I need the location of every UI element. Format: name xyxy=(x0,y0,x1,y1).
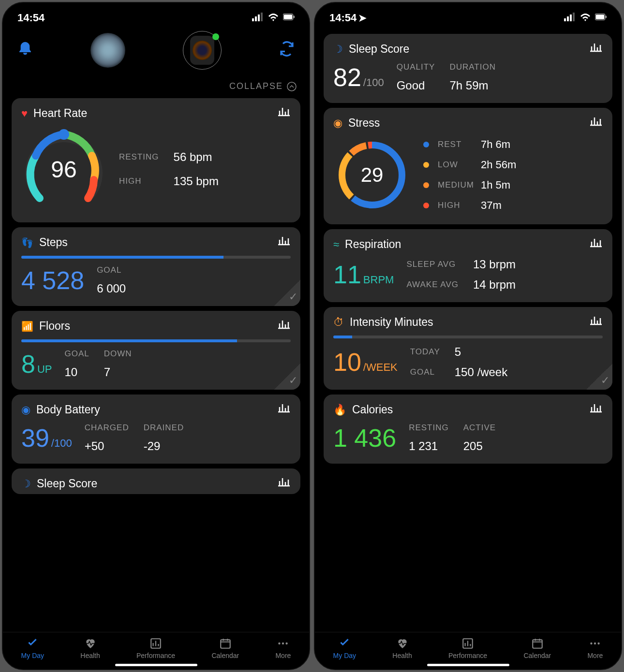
quality-value: Good xyxy=(397,79,435,92)
phone-right: 14:54➤ ☽ Sleep Score 82/100 QUALITY DURA… xyxy=(314,2,622,670)
svg-rect-2 xyxy=(258,15,260,21)
heart-rate-card[interactable]: ♥ Heart Rate 96 xyxy=(12,98,300,222)
nav-myday[interactable]: My Day xyxy=(333,637,356,659)
stress-card[interactable]: ◉ Stress 29 xyxy=(324,108,612,224)
nav-performance[interactable]: Performance xyxy=(448,637,487,659)
svg-rect-15 xyxy=(567,16,569,21)
goal-value: 150 /week xyxy=(455,365,507,379)
nav-health[interactable]: Health xyxy=(392,637,412,659)
nav-health[interactable]: Health xyxy=(80,637,100,659)
floors-card[interactable]: 📶 Floors 8UP GOAL DOWN 10 7 ✓ xyxy=(12,311,300,390)
down-label: DOWN xyxy=(104,349,132,359)
footsteps-icon: 👣 xyxy=(21,237,33,248)
svg-rect-5 xyxy=(284,15,293,19)
notifications-icon[interactable] xyxy=(17,40,33,61)
dot-rest xyxy=(423,142,429,147)
sleep-avg-value: 13 brpm xyxy=(473,258,516,271)
resting-value: 56 bpm xyxy=(174,150,219,164)
profile-avatar[interactable] xyxy=(90,33,125,68)
battery-icon xyxy=(283,12,295,24)
respiration-card[interactable]: ≈ Respiration 11BRPM SLEEP AVG 13 brpm A… xyxy=(324,229,612,302)
down-value: 7 xyxy=(104,365,132,379)
sleep-avg-label: SLEEP AVG xyxy=(406,260,459,269)
stopwatch-icon: ⏱ xyxy=(333,316,344,329)
sync-icon[interactable] xyxy=(279,41,295,60)
check-icon: ✓ xyxy=(586,364,612,390)
charged-value: +50 xyxy=(85,439,129,453)
chart-icon xyxy=(589,116,603,128)
svg-point-12 xyxy=(282,643,284,644)
calories-card[interactable]: 🔥 Calories 1 436 RESTING ACTIVE 1 231 20… xyxy=(324,394,612,464)
quality-label: QUALITY xyxy=(397,62,435,72)
chevron-up-icon xyxy=(287,82,297,91)
check-icon: ✓ xyxy=(274,280,300,306)
svg-rect-10 xyxy=(221,640,230,648)
nav-more[interactable]: More xyxy=(587,637,603,659)
heart-rate-gauge: 96 xyxy=(21,127,106,212)
card-title: Body Battery xyxy=(36,403,100,416)
nav-calendar[interactable]: Calendar xyxy=(523,637,551,659)
dot-medium xyxy=(423,182,429,188)
card-title: Respiration xyxy=(345,238,401,251)
card-title: Sleep Score xyxy=(349,43,409,56)
chart-icon xyxy=(589,237,603,249)
collapse-label: COLLAPSE xyxy=(229,81,283,91)
drained-label: DRAINED xyxy=(144,423,184,433)
location-icon: ➤ xyxy=(358,13,367,23)
nav-more[interactable]: More xyxy=(275,637,291,659)
svg-rect-3 xyxy=(261,13,263,21)
collapse-button[interactable]: COLLAPSE xyxy=(3,78,309,93)
resting-value: 1 231 xyxy=(409,439,449,453)
awake-avg-value: 14 brpm xyxy=(473,278,516,292)
wind-icon: ≈ xyxy=(333,238,339,251)
high-label: HIGH xyxy=(119,176,159,186)
topbar xyxy=(3,27,309,78)
status-bar: 14:54➤ xyxy=(315,3,621,27)
goal-label: GOAL xyxy=(64,349,89,359)
dot-high xyxy=(423,203,429,208)
cellular-icon xyxy=(252,12,264,24)
chart-icon xyxy=(589,315,603,327)
card-title: Steps xyxy=(39,236,68,249)
cards-list[interactable]: ♥ Heart Rate 96 xyxy=(3,93,309,669)
svg-point-11 xyxy=(279,643,281,644)
moon-icon: ☽ xyxy=(333,43,343,56)
awake-avg-label: AWAKE AVG xyxy=(406,280,459,290)
intensity-progress xyxy=(333,336,603,338)
stress-gauge: 29 xyxy=(333,136,411,214)
cards-list[interactable]: ☽ Sleep Score 82/100 QUALITY DURATION Go… xyxy=(315,27,621,669)
device-selector[interactable] xyxy=(183,31,222,70)
steps-card[interactable]: 👣 Steps 4 528 GOAL 6 000 ✓ xyxy=(12,227,300,306)
goal-value: 6 000 xyxy=(97,282,136,295)
body-battery-icon: ◉ xyxy=(21,404,30,416)
stress-icon: ◉ xyxy=(333,117,342,130)
floors-value: 8UP xyxy=(21,350,52,379)
svg-rect-16 xyxy=(570,15,572,21)
device-status-dot xyxy=(212,33,219,40)
heart-rate-value: 96 xyxy=(21,127,106,212)
home-indicator[interactable] xyxy=(427,664,509,666)
svg-point-7 xyxy=(287,82,296,91)
today-label: TODAY xyxy=(410,347,440,357)
clock: 14:54➤ xyxy=(329,12,367,24)
wifi-icon xyxy=(579,12,591,24)
chart-icon xyxy=(589,42,603,54)
sleep-card[interactable]: ☽ Sleep Score 82/100 QUALITY DURATION Go… xyxy=(324,34,612,103)
nav-calendar[interactable]: Calendar xyxy=(211,637,239,659)
chart-icon xyxy=(277,402,291,415)
intensity-card[interactable]: ⏱ Intensity Minutes 10/WEEK TODAY 5 GOAL… xyxy=(324,307,612,390)
goal-label: GOAL xyxy=(97,265,121,275)
steps-value: 4 528 xyxy=(21,266,84,295)
nav-myday[interactable]: My Day xyxy=(21,637,44,659)
sleep-card-peek[interactable]: ☽ Sleep Score xyxy=(12,468,300,494)
battery-icon xyxy=(595,12,607,24)
body-battery-card[interactable]: ◉ Body Battery 39/100 CHARGED DRAINED +5… xyxy=(12,394,300,464)
home-indicator[interactable] xyxy=(115,664,197,666)
flame-icon: 🔥 xyxy=(333,404,346,416)
chart-icon xyxy=(277,319,291,331)
svg-rect-17 xyxy=(573,13,575,21)
stress-value: 29 xyxy=(333,136,411,214)
svg-rect-6 xyxy=(294,16,295,18)
duration-label: DURATION xyxy=(449,62,496,72)
nav-performance[interactable]: Performance xyxy=(136,637,175,659)
